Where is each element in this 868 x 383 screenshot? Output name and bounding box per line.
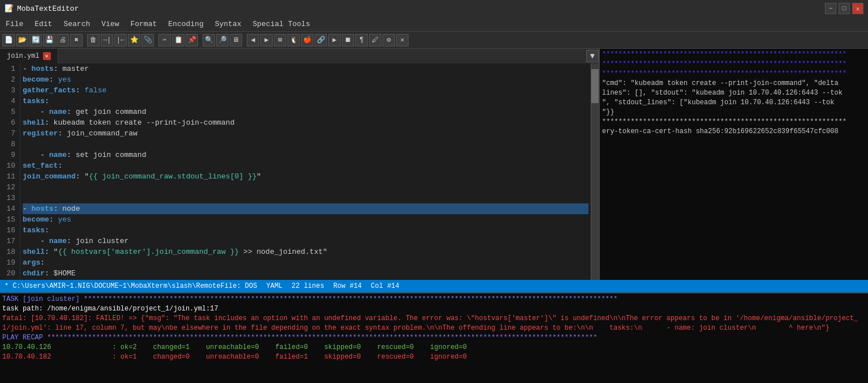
code-line[interactable]: join_command: "{{ join_command_raw.stdou… — [23, 171, 588, 182]
close-button[interactable]: ✕ — [852, 3, 863, 14]
tool-save[interactable]: 💾 — [43, 34, 55, 46]
tool-pilcrow[interactable]: ¶ — [355, 34, 368, 46]
terminal-right-line: "cmd": "kubeadm token create --print-joi… — [602, 79, 866, 88]
code-line[interactable]: shell: "{{ hostvars['master'].join_comma… — [23, 246, 588, 257]
menu-file[interactable]: File — [0, 18, 29, 30]
tool-bookmark[interactable]: ⭐ — [128, 34, 140, 46]
line-number: 13 — [5, 193, 15, 203]
code-line[interactable]: creates: node_joined.txt — [23, 279, 588, 280]
line-number: 5 — [5, 107, 15, 117]
line-number: 21 — [5, 279, 15, 280]
title-bar: 📝 MobaTextEditor − □ ✕ — [0, 0, 868, 17]
code-line[interactable]: chdir: $HOME — [23, 268, 588, 279]
menu-edit[interactable]: Edit — [29, 18, 58, 30]
menu-format[interactable]: Format — [124, 18, 162, 30]
code-content[interactable]: - hosts: master become: yes gather_facts… — [20, 63, 591, 280]
line-number: 1 — [5, 63, 15, 74]
terminal-right-line: lines": [], "stdout": "kubeadm join 10.7… — [602, 88, 866, 98]
tool-win[interactable]: ⊞ — [274, 34, 286, 46]
tool-highlight[interactable]: 🖊 — [369, 34, 381, 46]
tool-prev[interactable]: ◀ — [247, 34, 259, 46]
tab-join-yml[interactable]: join.yml ✕ — [0, 49, 58, 63]
tool-play[interactable]: ▶ — [328, 34, 341, 46]
tab-bar: join.yml ✕ ▼ — [0, 49, 599, 63]
line-number: 15 — [5, 214, 15, 225]
tool-print[interactable]: 🖨 — [57, 34, 69, 46]
app-title: MobaTextEditor — [17, 5, 79, 13]
menu-syntax[interactable]: Syntax — [209, 18, 247, 30]
maximize-button[interactable]: □ — [839, 3, 850, 14]
line-number: 4 — [5, 96, 15, 107]
code-line[interactable]: - name: join cluster — [23, 236, 588, 246]
terminal-right-line: ery-token-ca-cert-hash sha256:92b1696226… — [602, 127, 866, 137]
code-line[interactable]: tasks: — [23, 225, 588, 236]
line-number: 20 — [5, 268, 15, 279]
code-line[interactable]: shell: kubeadm token create --print-join… — [23, 117, 588, 128]
code-line[interactable]: become: yes — [23, 74, 588, 85]
minimize-button[interactable]: − — [825, 3, 836, 14]
code-line[interactable]: gather_facts: false — [23, 85, 588, 96]
terminal-line: ****************************************… — [602, 69, 866, 79]
code-line[interactable] — [23, 139, 588, 150]
code-line[interactable]: - hosts: node — [23, 203, 588, 214]
toolbar: 📄 📂 🔄 💾 🖨 ✖ 🗑 →| |← ⭐ 📎 ✂ 📋 📌 🔍 🔎 🖥 ◀ ▶ … — [0, 32, 868, 49]
tool-close-x[interactable]: ✕ — [396, 34, 409, 46]
line-number: 18 — [5, 246, 15, 257]
tool-open[interactable]: 📂 — [16, 34, 28, 46]
bottom-terminal-line: 10.70.40.126 : ok=2 changed=1 unreachabl… — [2, 343, 866, 352]
scrollbar-thumb[interactable] — [591, 69, 599, 103]
tool-closeall[interactable]: ✖ — [70, 34, 83, 46]
code-line[interactable]: register: join_command_raw — [23, 128, 588, 139]
tool-mac[interactable]: 🍎 — [301, 34, 313, 46]
tool-cut[interactable]: ✂ — [158, 34, 171, 46]
menu-encoding[interactable]: Encoding — [162, 18, 209, 30]
code-line[interactable]: tasks: — [23, 96, 588, 107]
tool-next[interactable]: ▶ — [260, 34, 273, 46]
code-line[interactable]: set_fact: — [23, 160, 588, 171]
line-number: 11 — [5, 171, 15, 182]
line-number: 14 — [5, 203, 15, 214]
status-row: Row #14 — [333, 282, 362, 290]
line-number: 19 — [5, 257, 15, 268]
code-line[interactable]: become: yes — [23, 214, 588, 225]
tool-connect[interactable]: 🔗 — [315, 34, 327, 46]
title-bar-controls: − □ ✕ — [825, 3, 863, 14]
tool-clip[interactable]: 📎 — [141, 34, 154, 46]
tool-unindent[interactable]: |← — [114, 34, 127, 46]
code-line[interactable] — [23, 193, 588, 203]
terminal-line: ****************************************… — [602, 59, 866, 69]
code-line[interactable]: - name: set join command — [23, 150, 588, 160]
menu-special-tools[interactable]: Special Tools — [247, 18, 316, 30]
code-line[interactable]: args: — [23, 257, 588, 268]
code-line[interactable]: - hosts: master — [23, 63, 588, 74]
bottom-terminal-line: fatal: [10.70.40.182]: FAILED! => {"msg"… — [2, 314, 866, 333]
tab-scroll-button[interactable]: ▼ — [586, 50, 599, 62]
tool-delete[interactable]: 🗑 — [87, 34, 100, 46]
tool-reload[interactable]: 🔄 — [29, 34, 42, 46]
line-number: 6 — [5, 117, 15, 128]
line-number: 2 — [5, 74, 15, 85]
tool-paste[interactable]: 📌 — [186, 34, 198, 46]
code-line[interactable]: - name: get join command — [23, 107, 588, 117]
title-bar-left: 📝 MobaTextEditor — [5, 4, 79, 13]
tool-settings[interactable]: ⚙ — [383, 34, 395, 46]
tool-search-next[interactable]: 🔎 — [216, 34, 229, 46]
tool-tux[interactable]: 🐧 — [287, 34, 300, 46]
tool-stop[interactable]: ⏹ — [342, 34, 354, 46]
tool-search[interactable]: 🔍 — [203, 34, 215, 46]
editor-scrollbar[interactable] — [591, 63, 599, 280]
tool-monitor[interactable]: 🖥 — [230, 34, 242, 46]
tool-new[interactable]: 📄 — [2, 34, 15, 46]
code-line[interactable] — [23, 182, 588, 193]
menu-view[interactable]: View — [96, 18, 124, 30]
status-bar: * C:\Users\AMIR~1.NIG\DOCUME~1\MobaXterm… — [0, 280, 868, 292]
status-col: Col #14 — [371, 282, 399, 290]
tab-close-button[interactable]: ✕ — [43, 52, 51, 60]
editor-area: join.yml ✕ ▼ 123456789101112131415161718… — [0, 49, 868, 280]
code-editor[interactable]: 12345678910111213141516171819202122 - ho… — [0, 63, 599, 280]
line-number: 17 — [5, 236, 15, 246]
menu-search[interactable]: Search — [58, 18, 96, 30]
tool-indent[interactable]: →| — [101, 34, 113, 46]
tool-copy[interactable]: 📋 — [172, 34, 184, 46]
status-format: YAML — [266, 282, 282, 290]
